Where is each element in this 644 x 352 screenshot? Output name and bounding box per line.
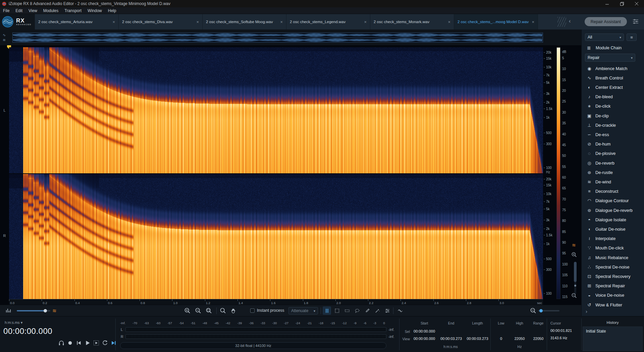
play-button[interactable]	[84, 339, 91, 347]
module-de-click[interactable]: ∗De-click	[582, 102, 644, 111]
module-de-wind[interactable]: ≋De-wind	[582, 177, 644, 186]
zoom-in-icon[interactable]	[184, 307, 191, 314]
tab-2[interactable]: 2 osc check_stems_Diva.wav×	[119, 14, 203, 30]
time-format-select[interactable]: h:m:s.ms ▾	[5, 320, 22, 325]
module-category-select[interactable]: Repair ▾	[585, 54, 635, 62]
module-voice-de-noise[interactable]: ◒Voice De-noise	[582, 291, 644, 300]
restore-button[interactable]	[614, 0, 629, 7]
high-header: High	[511, 321, 529, 325]
tab-1[interactable]: 2 osc check_stems_Arturia.wav×	[35, 14, 119, 30]
meter-scale-label: -27	[284, 321, 288, 325]
vertical-zoom-in-icon[interactable]	[571, 252, 577, 258]
zoom-out-icon[interactable]	[195, 307, 202, 314]
tab-6[interactable]: 2 osc check_stems_...moog Model D.wav×	[454, 14, 538, 30]
module-guitar-de-noise[interactable]: ◖Guitar De-noise	[582, 224, 644, 234]
tool-lasso-selection[interactable]	[353, 306, 361, 315]
vertical-zoom-reset-dot[interactable]	[574, 285, 576, 287]
tab-close-icon[interactable]: ×	[196, 20, 199, 24]
module-deconstruct[interactable]: ≡Deconstruct	[582, 187, 644, 196]
spectrogram-settings-icon[interactable]: ≋	[572, 242, 576, 248]
module-list-menu-button[interactable]: ≡	[627, 34, 637, 41]
loop-button[interactable]	[101, 339, 109, 347]
close-button[interactable]	[629, 0, 644, 7]
sliders-icon[interactable]	[633, 19, 639, 24]
vertical-zoom-scrollbar-thumb[interactable]	[574, 262, 577, 282]
tab-close-icon[interactable]: ×	[448, 20, 450, 24]
return-to-start-button[interactable]	[75, 339, 83, 347]
go-to-end-button[interactable]	[110, 339, 117, 347]
module-dialogue-isolate[interactable]: ◓Dialogue Isolate	[582, 215, 644, 224]
record-button[interactable]	[66, 339, 74, 347]
minimize-button[interactable]	[600, 0, 614, 7]
tool-magic-wand[interactable]	[373, 306, 381, 315]
menu-item-help[interactable]: Help	[105, 7, 119, 14]
module-mouth-de-click[interactable]: ∵Mouth De-click	[582, 243, 644, 253]
repair-assistant-button[interactable]: Repair Assistant	[585, 17, 627, 26]
overview-spectrogram-icon[interactable]: ≋	[3, 38, 6, 42]
menu-item-transport[interactable]: Transport	[61, 7, 85, 14]
tab-3[interactable]: 2 osc check_stems_Softube Moog.wav×	[203, 14, 286, 30]
zoom-selection-icon[interactable]	[206, 307, 212, 314]
module-de-hum[interactable]: ⊘De-hum	[582, 139, 644, 149]
tab-close-icon[interactable]: ×	[280, 20, 283, 24]
sidebar-expand-icon[interactable]: ›	[586, 308, 587, 314]
history-list[interactable]: Initial State	[583, 327, 643, 351]
instant-process-checkbox[interactable]	[250, 308, 255, 313]
module-dialogue-de-reverb[interactable]: ⊚Dialogue De-reverb	[582, 206, 644, 215]
menu-item-file[interactable]: File	[0, 7, 12, 14]
history-item[interactable]: Initial State	[583, 327, 642, 334]
module-ambience-match[interactable]: ◉Ambience Match	[582, 64, 644, 73]
menu-item-modules[interactable]: Modules	[40, 7, 61, 14]
process-mode-select[interactable]: Attenuate ▾	[288, 307, 318, 314]
module-spectral-de-noise[interactable]: ∴Spectral De-noise	[582, 262, 644, 272]
tab-close-icon[interactable]: ×	[364, 20, 367, 24]
tool-time-selection[interactable]	[323, 306, 331, 315]
tool-frequency-selection[interactable]	[343, 306, 351, 315]
waveform-overview-strip[interactable]: ∿ ≋	[0, 30, 581, 45]
module-de-rustle[interactable]: ⊛De-rustle	[582, 168, 644, 177]
module-de-crackle[interactable]: ⊥De-crackle	[582, 120, 644, 130]
module-chain-item[interactable]: ≣ Module Chain	[582, 44, 644, 52]
tool-sliders[interactable]	[383, 306, 391, 315]
play-selection-button[interactable]	[93, 339, 100, 347]
module-breath-control[interactable]: ∿Breath Control	[582, 73, 644, 82]
module-de-ess[interactable]: ∽De-ess	[582, 130, 644, 139]
menu-item-edit[interactable]: Edit	[12, 7, 25, 14]
horizontal-zoom-out-icon[interactable]	[530, 307, 537, 314]
tab-5[interactable]: 2 osc check_stems_Monark.wav×	[370, 14, 454, 30]
module-de-plosive[interactable]: ◌De-plosive	[582, 149, 644, 158]
spectrogram-icon[interactable]: ≋	[52, 308, 57, 314]
spectrogram-canvas-right[interactable]	[9, 174, 543, 299]
menu-item-window[interactable]: Window	[85, 7, 105, 14]
module-de-reverb[interactable]: ◎De-reverb	[582, 158, 644, 168]
module-center-extract[interactable]: ◐Center Extract	[582, 82, 644, 92]
module-wow-flutter[interactable]: ↺Wow & Flutter	[582, 300, 644, 309]
module-de-bleed[interactable]: ♪De-bleed	[582, 92, 644, 102]
module-filter-select[interactable]: All ▾	[585, 34, 624, 41]
overview-waveform-canvas[interactable]	[12, 33, 543, 43]
time-ruler[interactable]: 0.00.20.40.60.81.01.21.41.61.82.02.22.42…	[9, 299, 543, 305]
zoom-fit-icon[interactable]	[220, 307, 226, 314]
hand-tool-icon[interactable]	[230, 307, 237, 314]
tab-close-icon[interactable]: ×	[112, 20, 115, 24]
tab-close-icon[interactable]: ×	[532, 20, 534, 24]
wave-spec-balance-thumb[interactable]	[44, 309, 47, 312]
tab-4[interactable]: 2 osc check_stems_Legend.wav×	[286, 14, 370, 30]
waveform-meter-icon[interactable]	[5, 308, 11, 314]
monitor-button[interactable]	[58, 339, 65, 347]
tool-brush-selection[interactable]	[363, 306, 371, 315]
module-dialogue-contour[interactable]: ◠Dialogue Contour	[582, 196, 644, 206]
module-interpolate[interactable]: ≀Interpolate	[582, 234, 644, 243]
tab-scroll-left-icon[interactable]: ‹	[569, 18, 571, 24]
module-spectral-recovery[interactable]: ⊡Spectral Recovery	[582, 272, 644, 281]
module-de-clip[interactable]: ▣De-clip	[582, 111, 644, 120]
tool-signal-wave[interactable]	[396, 306, 404, 315]
horizontal-zoom-thumb[interactable]	[539, 309, 543, 312]
overview-waveform-icon[interactable]: ∿	[3, 33, 6, 37]
module-music-rebalance[interactable]: ♫Music Rebalance	[582, 253, 644, 262]
vertical-zoom-out-icon[interactable]	[571, 293, 577, 299]
menu-item-view[interactable]: View	[25, 7, 40, 14]
tool-time-frequency-selection[interactable]	[333, 306, 341, 315]
spectrogram-canvas-left[interactable]	[9, 47, 543, 173]
module-spectral-repair[interactable]: ⊞Spectral Repair	[582, 281, 644, 291]
